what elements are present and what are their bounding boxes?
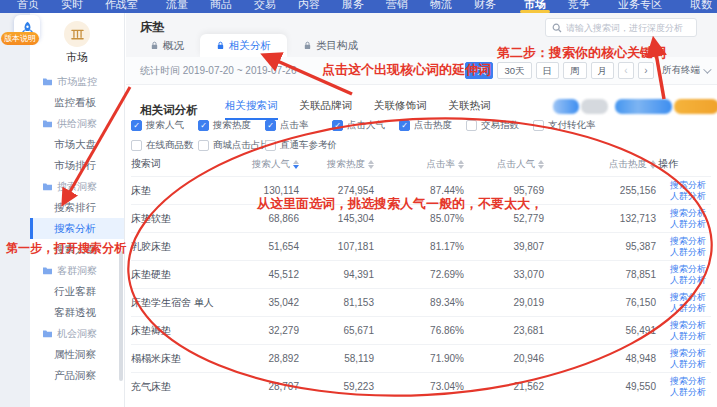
column-header-点击人气[interactable]: 点击人气	[466, 158, 546, 171]
nav-item-内容[interactable]: 内容	[287, 0, 331, 13]
checkbox-icon[interactable]: ✓	[131, 120, 142, 131]
checkbox-icon[interactable]	[198, 140, 209, 151]
action-link-人群分析[interactable]: 人群分析	[670, 387, 709, 398]
action-link-搜索分析[interactable]: 搜索分析	[670, 376, 709, 387]
sidebar-item-搜索排行[interactable]: 搜索排行	[30, 197, 124, 218]
action-link-人群分析[interactable]: 人群分析	[670, 331, 709, 342]
tab-概况[interactable]: 概况	[134, 34, 200, 57]
column-header-搜索人气[interactable]: 搜索人气	[246, 158, 301, 171]
sidebar-item-监控看板[interactable]: 监控看板	[30, 92, 124, 113]
action-link-人群分析[interactable]: 人群分析	[670, 303, 709, 314]
metric-cell: 87.44%	[376, 185, 466, 196]
blurred-button[interactable]	[581, 99, 608, 114]
metric-cell: 95,387	[546, 241, 658, 252]
sidebar-item-市场排行[interactable]: 市场排行	[30, 155, 124, 176]
folder-icon	[42, 329, 53, 338]
filter-点击热度[interactable]: ✓点击热度	[399, 119, 466, 132]
action-link-搜索分析[interactable]: 搜索分析	[670, 208, 709, 219]
nav-item-交易[interactable]: 交易	[243, 0, 287, 13]
prev-page-button[interactable]: ‹	[618, 62, 634, 79]
subtab-关联修饰词[interactable]: 关联修饰词	[374, 99, 427, 120]
action-link-人群分析[interactable]: 人群分析	[670, 219, 709, 230]
nav-item-流量[interactable]: 流量	[155, 0, 199, 13]
filter-在线商品数[interactable]: 在线商品数	[131, 139, 198, 152]
filter-点击率[interactable]: ✓点击率	[265, 119, 332, 132]
nav-item-服务[interactable]: 服务	[331, 0, 375, 13]
sidebar-item-label: 行业客群	[54, 285, 96, 299]
action-link-搜索分析[interactable]: 搜索分析	[670, 180, 709, 191]
sidebar-item-搜索分析[interactable]: 搜索分析	[30, 218, 124, 239]
action-link-搜索分析[interactable]: 搜索分析	[670, 292, 709, 303]
range-button-月[interactable]: 月	[591, 62, 615, 79]
filter-搜索热度[interactable]: ✓搜索热度	[198, 119, 265, 132]
sidebar-item-市场大盘[interactable]: 市场大盘	[30, 134, 124, 155]
action-link-搜索分析[interactable]: 搜索分析	[670, 264, 709, 275]
checkbox-icon[interactable]: ✓	[265, 120, 276, 131]
nav-item-实时[interactable]: 实时	[50, 0, 94, 13]
subtab-相关搜索词[interactable]: 相关搜索词	[225, 99, 278, 120]
sidebar-item-搜索洞察[interactable]: 搜索洞察	[30, 176, 124, 197]
sidebar-scrollbar[interactable]	[119, 251, 123, 381]
nav-item-物流[interactable]: 物流	[419, 0, 463, 13]
nav-item-财务[interactable]: 财务	[463, 0, 507, 13]
range-button-7天[interactable]: 7天	[465, 62, 494, 79]
nav-item-商品[interactable]: 商品	[199, 0, 243, 13]
nav-item-首页[interactable]: 首页	[6, 0, 50, 13]
next-page-button[interactable]: ›	[638, 62, 654, 79]
subtab-关联热词[interactable]: 关联热词	[449, 99, 491, 120]
column-header-点击热度[interactable]: 点击热度	[546, 158, 658, 171]
terminal-dropdown[interactable]: 所有终端	[662, 64, 709, 77]
action-link-搜索分析[interactable]: 搜索分析	[670, 320, 709, 331]
sidebar-item-搜索人群[interactable]: 搜索人群	[30, 239, 124, 260]
checkbox-icon[interactable]: ✓	[198, 120, 209, 131]
nav-item-营销[interactable]: 营销	[375, 0, 419, 13]
tab-相关分析[interactable]: 相关分析	[200, 34, 287, 57]
column-header-点击率[interactable]: 点击率	[376, 158, 466, 171]
tab-类目构成[interactable]: 类目构成	[287, 34, 374, 57]
nav-item-业务专区[interactable]: 业务专区	[607, 0, 673, 13]
blurred-button[interactable]	[674, 99, 717, 114]
version-badge[interactable]: 版本说明	[1, 32, 39, 45]
action-link-人群分析[interactable]: 人群分析	[670, 191, 709, 202]
nav-item-市场[interactable]: 市场	[513, 0, 557, 13]
market-module-icon[interactable]	[64, 21, 90, 47]
nav-item-竞争[interactable]: 竞争	[557, 0, 601, 13]
checkbox-icon[interactable]	[131, 140, 142, 151]
sidebar-item-行业客群[interactable]: 行业客群	[30, 281, 124, 302]
checkbox-icon[interactable]: ✓	[332, 120, 343, 131]
checkbox-icon[interactable]: ✓	[399, 120, 410, 131]
sidebar-item-机会洞察[interactable]: 机会洞察	[30, 323, 124, 344]
checkbox-icon[interactable]	[466, 120, 477, 131]
filter-搜索人气[interactable]: ✓搜索人气	[131, 119, 198, 132]
filter-支付转化率[interactable]: 支付转化率	[533, 119, 600, 132]
keyword-search-box[interactable]	[545, 18, 697, 37]
range-button-日[interactable]: 日	[536, 62, 560, 79]
sidebar-item-市场监控[interactable]: 市场监控	[30, 71, 124, 92]
blurred-button[interactable]	[553, 99, 579, 114]
range-button-30天[interactable]: 30天	[497, 62, 531, 79]
checkbox-icon[interactable]	[265, 140, 276, 151]
filter-直通车参考价[interactable]: 直通车参考价	[265, 139, 332, 152]
filter-交易指数[interactable]: 交易指数	[466, 119, 533, 132]
action-link-人群分析[interactable]: 人群分析	[670, 359, 709, 370]
action-link-搜索分析[interactable]: 搜索分析	[670, 348, 709, 359]
action-link-搜索分析[interactable]: 搜索分析	[670, 236, 709, 247]
filter-商城点击占比[interactable]: 商城点击占比	[198, 139, 265, 152]
action-link-人群分析[interactable]: 人群分析	[670, 247, 709, 258]
range-button-周[interactable]: 周	[563, 62, 587, 79]
sidebar-item-产品洞察[interactable]: 产品洞察	[30, 365, 124, 386]
sidebar-item-客群洞察[interactable]: 客群洞察	[30, 260, 124, 281]
column-header-搜索热度[interactable]: 搜索热度	[301, 158, 376, 171]
sidebar-item-属性洞察[interactable]: 属性洞察	[30, 344, 124, 365]
sidebar-item-客群透视[interactable]: 客群透视	[30, 302, 124, 323]
terminal-label: 所有终端	[662, 64, 700, 77]
nav-item-作战室[interactable]: 作战室	[94, 0, 149, 13]
sidebar-item-供给洞察[interactable]: 供给洞察	[30, 113, 124, 134]
subtab-关联品牌词[interactable]: 关联品牌词	[300, 99, 353, 120]
nav-item-取数[interactable]: 取数	[679, 0, 717, 13]
search-input[interactable]	[566, 23, 690, 33]
checkbox-icon[interactable]	[533, 120, 544, 131]
action-link-人群分析[interactable]: 人群分析	[670, 275, 709, 286]
blurred-button[interactable]	[615, 99, 672, 114]
filter-点击人气[interactable]: ✓点击人气	[332, 119, 399, 132]
